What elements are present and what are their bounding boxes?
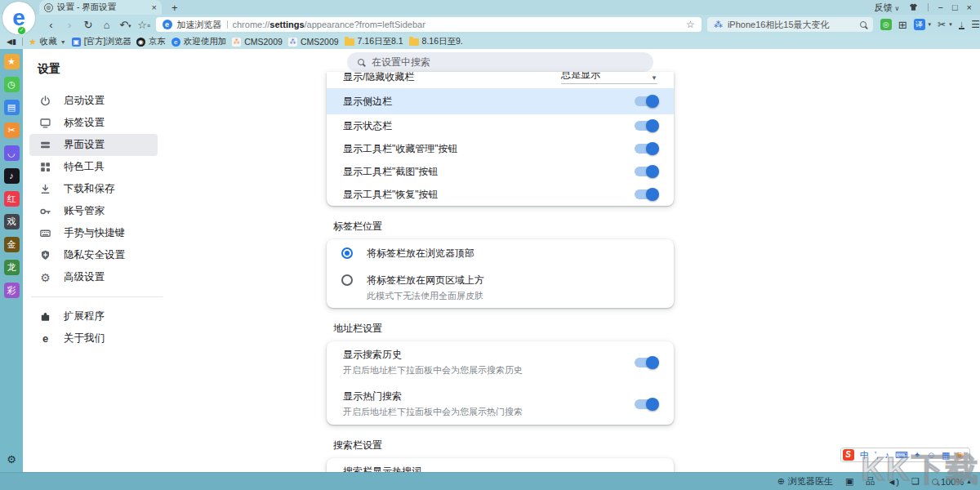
browser-logo-check-badge: ✓ (17, 26, 26, 35)
home-icon[interactable]: ⌂ (98, 19, 115, 31)
nav-item-gestures-shortcuts[interactable]: 手势与快捷键 (29, 222, 158, 244)
app-shortcut-douyin-icon[interactable]: ♪ (4, 168, 20, 184)
favorites-manage-toggle[interactable] (635, 144, 657, 154)
settings-search-input[interactable]: 在设置中搜索 (347, 52, 653, 72)
bookmark-favicon: ▣ (72, 38, 81, 47)
search-icon[interactable] (860, 21, 866, 28)
app-shortcut-game3-icon[interactable]: 龙 (4, 260, 20, 275)
window-titlebar: e ✓ ⚙ 设置 - 界面设置 × + 反馈 ∨ − □ × (0, 0, 980, 15)
nav-item-privacy-security[interactable]: 隐私安全设置 (29, 244, 158, 266)
ime-punctuation-icon[interactable]: ’, (875, 450, 880, 460)
section-title-address-bar: 地址栏设置 (333, 322, 674, 336)
url-text[interactable]: chrome://settings/appearance?from=leftSi… (233, 20, 682, 29)
download-icon[interactable]: ↓ (959, 20, 965, 29)
translate-icon[interactable]: 译 (914, 19, 925, 30)
radio-unselected-icon[interactable] (341, 274, 353, 286)
nav-item-extensions[interactable]: 扩展程序 (29, 305, 158, 327)
restore-button-toggle[interactable] (635, 189, 657, 199)
app-shortcut-favorites-icon[interactable]: ★ (4, 54, 20, 69)
bookmark-item[interactable]: ◉京东 (136, 36, 166, 47)
bookmark-item[interactable]: e欢迎使用加 (172, 36, 227, 47)
favorites-menu[interactable]: ★ 收藏 ▼ (29, 36, 66, 47)
app-shortcut-history-icon[interactable]: ◷ (4, 77, 20, 92)
bookmark-page-icon[interactable]: ☆ (686, 19, 695, 30)
app-shortcut-screenshot-icon[interactable]: ✂ (4, 122, 20, 138)
show-sidebar-toggle[interactable] (635, 96, 657, 106)
search-bar-card: 搜索栏显示热搜词 开启后搜索栏展示百度热搜词，为您提供每日热搜 (327, 458, 674, 472)
address-bar[interactable]: e 加速浏览器 chrome://settings/appearance?fro… (156, 17, 702, 32)
speaker-icon[interactable]: ◄) (887, 477, 899, 487)
nav-item-interface[interactable]: 界面设置 (29, 134, 158, 156)
nav-item-featured-tools[interactable]: 特色工具 (29, 156, 158, 178)
ime-skin-icon[interactable]: ✦ (914, 450, 921, 461)
adblock-icon[interactable]: ◎ (880, 19, 892, 30)
ime-toolbox-icon[interactable]: ▦ (942, 450, 950, 461)
bookmark-manager-icon[interactable]: ☆≡ (136, 19, 153, 31)
tab-close-icon[interactable]: × (152, 2, 157, 12)
setting-row-show-sidebar: 显示侧边栏 (327, 88, 674, 114)
app-shortcut-game4-icon[interactable]: 彩 (4, 283, 20, 298)
browser-tab-active[interactable]: ⚙ 设置 - 界面设置 × (39, 0, 162, 15)
maximize-button[interactable]: □ (952, 2, 958, 12)
nav-item-tabs[interactable]: 标签设置 (29, 112, 158, 134)
bookmark-item[interactable]: ⁂CMS2009 (232, 37, 283, 47)
bookmark-item[interactable]: ⁂CMS2009 (288, 37, 339, 47)
hot-search-toggle[interactable] (635, 399, 657, 409)
app-shortcut-workspace-icon[interactable]: ▤ (4, 100, 20, 115)
skin-button[interactable] (908, 2, 919, 13)
translate-caret-icon[interactable]: ▾ (929, 21, 932, 28)
apps-grid-icon[interactable]: ⊞ (898, 19, 907, 31)
nav-item-about[interactable]: e 关于我们 (29, 327, 158, 350)
ime-keyboard-icon[interactable]: ⌨ (895, 450, 908, 461)
tab-position-option-top[interactable]: 将标签栏放在浏览器顶部 (327, 239, 674, 266)
zoom-control[interactable]: 100% ▲ (932, 477, 972, 487)
favorites-bar-select[interactable]: 总是显示 ▼ (561, 72, 657, 84)
browser-doctor-button[interactable]: ⊕ 浏览器医生 (777, 475, 833, 488)
app-shortcut-xiaohongshu-icon[interactable]: 红 (4, 191, 20, 207)
nav-item-startup[interactable]: 启动设置 (29, 90, 158, 112)
browser-logo[interactable]: e ✓ (2, 2, 35, 34)
screenshot-button-toggle[interactable] (635, 167, 657, 176)
screenshot-scissors-icon[interactable]: ✂ (938, 19, 946, 30)
nav-item-advanced[interactable]: ⚙ 高级设置 (29, 266, 158, 288)
close-button[interactable]: × (967, 2, 972, 12)
minimize-button[interactable]: − (938, 2, 942, 12)
nav-item-download-save[interactable]: 下载和保存 (29, 178, 158, 200)
ime-toolbar[interactable]: S 中 ’, ♪ ⌨ ✦ ☺ ▦ ◉ (840, 448, 970, 462)
bookmark-folder[interactable]: 7.16日至8.1 (345, 36, 403, 47)
task-bag-icon[interactable]: ▣ (845, 476, 853, 487)
zoom-caret-icon[interactable]: ▲ (966, 479, 972, 484)
window-stack-icon[interactable]: ❏ (911, 476, 920, 487)
multi-window-icon[interactable]: 品 (866, 475, 875, 488)
app-shortcut-game1-icon[interactable]: 戏 (4, 214, 20, 229)
strip-settings-gear-icon[interactable]: ⚙ (7, 453, 16, 466)
collapse-bookmarks-icon[interactable]: ◀▮ (7, 38, 16, 46)
ime-emoji-icon[interactable]: ☺ (927, 450, 936, 460)
app-shortcut-game-center-icon[interactable]: ◡ (4, 145, 20, 161)
refresh-icon[interactable]: ↻ (80, 19, 97, 31)
nav-item-account[interactable]: 账号管家 (29, 200, 158, 222)
toolbar-search-box[interactable]: ⁂ iPhone16相比15最大变化 (707, 17, 873, 32)
blocks-icon (39, 161, 51, 173)
toolbar-search-value[interactable]: iPhone16相比15最大变化 (728, 19, 855, 31)
search-history-toggle[interactable] (635, 358, 657, 368)
setting-row-favorites-bar: 显示/隐藏收藏栏 总是显示 ▼ (327, 72, 674, 88)
new-tab-button[interactable]: + (172, 2, 178, 14)
sogou-logo-icon[interactable]: S (843, 449, 854, 461)
app-shortcut-game2-icon[interactable]: 金 (4, 237, 20, 252)
radio-selected-icon[interactable] (341, 247, 353, 259)
feedback-button[interactable]: 反馈 ∨ (875, 2, 900, 14)
forward-icon[interactable]: › (61, 19, 78, 31)
screenshot-caret-icon[interactable]: ▾ (949, 21, 952, 28)
bookmark-folder[interactable]: 8.16日至9. (409, 36, 463, 47)
ime-mode-icon[interactable]: 中 (860, 449, 869, 461)
back-icon[interactable]: ‹ (42, 19, 60, 31)
bookmark-item[interactable]: ▣[官方]浏览器 (72, 36, 131, 47)
undo-closed-tab-icon[interactable]: ↶▾ (117, 19, 134, 31)
tab-position-option-above-page[interactable]: 将标签栏放在网页区域上方 此模式下无法使用全面屏皮肤 (327, 266, 674, 308)
show-statusbar-toggle[interactable] (635, 121, 657, 131)
ime-badge-icon[interactable]: ◉ (956, 450, 964, 461)
toolbar-actions: ◎ ⊞ 译 ▾ ✂ ▾ ↓ ☰ (880, 19, 980, 31)
ime-voice-icon[interactable]: ♪ (884, 450, 889, 460)
menu-icon[interactable]: ☰ (971, 19, 980, 30)
